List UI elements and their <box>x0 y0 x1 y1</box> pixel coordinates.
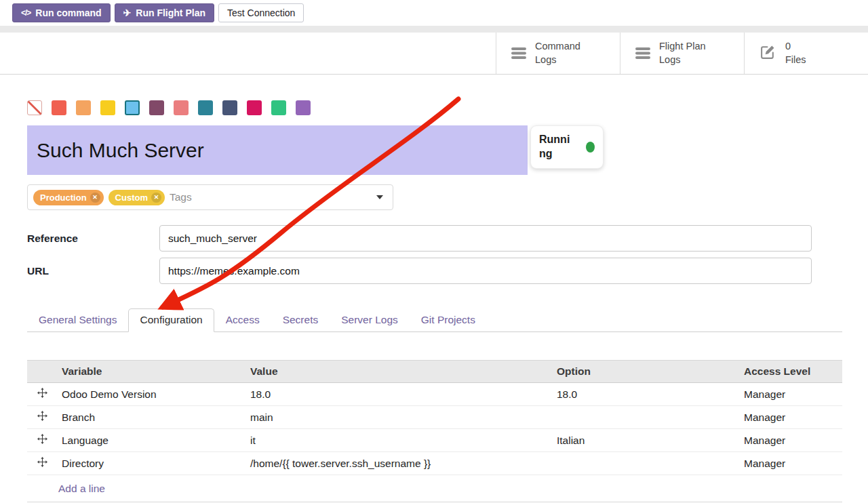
url-label: URL <box>27 265 159 277</box>
files-button[interactable]: 0 Files <box>744 33 868 74</box>
drag-move-icon <box>37 388 47 398</box>
color-swatch-8[interactable] <box>222 100 237 115</box>
divider-strip <box>0 26 868 33</box>
tab-secrets[interactable]: Secrets <box>271 308 330 332</box>
color-swatch-10[interactable] <box>271 100 286 115</box>
command-logs-button[interactable]: Command Logs <box>496 33 620 74</box>
drag-move-icon <box>37 434 47 444</box>
color-swatch-0[interactable] <box>27 100 42 115</box>
tag-custom[interactable]: Custom✕ <box>108 190 165 205</box>
chevron-down-icon[interactable] <box>376 195 383 199</box>
tab-git-projects[interactable]: Git Projects <box>410 308 487 332</box>
cell-value[interactable]: 18.0 <box>245 383 552 406</box>
column-header-variable: Variable <box>57 361 245 383</box>
url-row: URL <box>27 258 842 284</box>
color-swatch-6[interactable] <box>174 100 189 115</box>
run-flight-plan-label: Run Flight Plan <box>136 7 205 18</box>
header-bar: Command Logs Flight Plan Logs 0 Files <box>0 33 868 75</box>
cell-option[interactable] <box>552 452 739 475</box>
cell-access-level[interactable]: Manager <box>739 383 842 406</box>
run-flight-plan-button[interactable]: ✈ Run Flight Plan <box>115 3 214 22</box>
notebook-tabs: General SettingsConfigurationAccessSecre… <box>27 308 842 332</box>
reference-label: Reference <box>27 233 159 245</box>
cell-value[interactable]: /home/{{ tower.server.ssh_username }} <box>245 452 552 475</box>
handle-column-header <box>27 361 57 383</box>
cell-access-level[interactable]: Manager <box>739 452 842 475</box>
drag-handle[interactable] <box>27 452 57 475</box>
cell-value[interactable]: main <box>245 406 552 429</box>
color-swatch-1[interactable] <box>52 100 66 115</box>
column-header-option: Option <box>552 361 739 383</box>
configuration-table: Variable Value Option Access Level Odoo … <box>27 360 842 502</box>
table-row: Odoo Demo Version18.018.0Manager <box>27 383 842 406</box>
drag-handle[interactable] <box>27 406 57 429</box>
cell-variable[interactable]: Branch <box>57 406 245 429</box>
tag-remove-icon[interactable]: ✕ <box>90 193 100 203</box>
column-header-access-level: Access Level <box>739 361 842 383</box>
cell-option[interactable]: 18.0 <box>552 383 739 406</box>
code-icon: </> <box>21 8 31 18</box>
tab-server-logs[interactable]: Server Logs <box>330 308 410 332</box>
cell-access-level[interactable]: Manager <box>739 429 842 452</box>
flight-plan-logs-label: Flight Plan Logs <box>659 40 706 66</box>
tab-general-settings[interactable]: General Settings <box>27 308 128 332</box>
drag-handle[interactable] <box>27 429 57 452</box>
cell-access-level[interactable]: Manager <box>739 406 842 429</box>
flight-plan-logs-button[interactable]: Flight Plan Logs <box>620 33 744 74</box>
tags-placeholder: Tags <box>170 191 192 203</box>
drag-handle[interactable] <box>27 383 57 406</box>
add-a-line-link[interactable]: Add a line <box>32 483 105 495</box>
config-table-body: Odoo Demo Version18.018.0ManagerBranchma… <box>27 383 842 475</box>
edit-icon <box>760 43 776 63</box>
test-connection-button[interactable]: Test Connection <box>218 3 304 22</box>
url-input[interactable] <box>159 258 812 284</box>
cell-variable[interactable]: Language <box>57 429 245 452</box>
run-command-button[interactable]: </> Run command <box>12 3 111 22</box>
status-dot-icon <box>586 142 595 153</box>
plane-icon: ✈ <box>123 7 132 18</box>
reference-input[interactable] <box>159 225 812 252</box>
column-header-value: Value <box>245 361 552 383</box>
server-name-field[interactable]: Such Much Server <box>27 125 528 175</box>
color-swatch-9[interactable] <box>247 100 262 115</box>
drag-move-icon <box>37 457 47 467</box>
tag-remove-icon[interactable]: ✕ <box>151 193 161 203</box>
tab-configuration[interactable]: Configuration <box>128 308 214 332</box>
command-logs-label: Command Logs <box>535 40 580 66</box>
files-label: 0 Files <box>785 40 806 66</box>
add-line-row: Add a line <box>27 475 842 502</box>
color-swatch-2[interactable] <box>76 100 91 115</box>
tab-access[interactable]: Access <box>214 308 271 332</box>
table-header-row: Variable Value Option Access Level <box>27 361 842 383</box>
color-swatch-11[interactable] <box>296 100 311 115</box>
reference-row: Reference <box>27 225 842 252</box>
top-toolbar: </> Run command ✈ Run Flight Plan Test C… <box>0 0 868 26</box>
table-row: BranchmainManager <box>27 406 842 429</box>
form-sheet: Such Much Server Running Production✕Cust… <box>0 100 868 502</box>
run-command-label: Run command <box>35 7 101 18</box>
color-swatch-3[interactable] <box>100 100 115 115</box>
tag-label: Custom <box>115 193 148 203</box>
tags-list: Production✕Custom✕ <box>33 190 165 205</box>
color-swatch-4[interactable] <box>125 100 140 115</box>
list-icon <box>511 47 526 59</box>
status-card: Running <box>530 125 604 169</box>
color-swatches <box>27 100 842 115</box>
tags-field[interactable]: Production✕Custom✕ Tags <box>27 184 393 210</box>
table-row: Directory/home/{{ tower.server.ssh_usern… <box>27 452 842 475</box>
title-row: Such Much Server Running <box>27 125 842 175</box>
cell-variable[interactable]: Directory <box>57 452 245 475</box>
color-swatch-7[interactable] <box>198 100 213 115</box>
color-swatch-5[interactable] <box>149 100 164 115</box>
tag-production[interactable]: Production✕ <box>33 190 104 205</box>
cell-option[interactable]: Italian <box>552 429 739 452</box>
list-icon <box>635 47 650 59</box>
status-label: Running <box>539 133 574 161</box>
cell-value[interactable]: it <box>245 429 552 452</box>
cell-variable[interactable]: Odoo Demo Version <box>57 383 245 406</box>
table-row: LanguageitItalianManager <box>27 429 842 452</box>
cell-option[interactable] <box>552 406 739 429</box>
drag-move-icon <box>37 411 47 421</box>
tag-label: Production <box>40 193 87 203</box>
